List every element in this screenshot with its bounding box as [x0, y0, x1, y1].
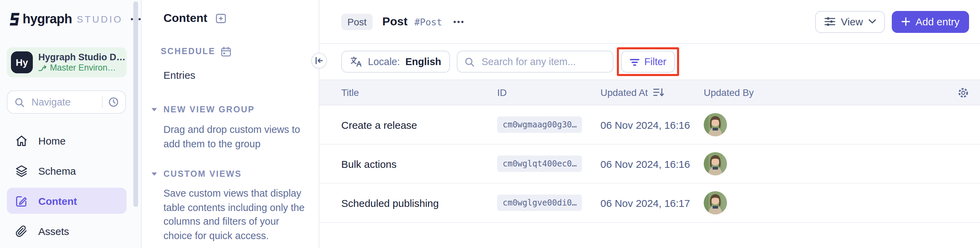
entry-title: Bulk actions	[341, 158, 497, 170]
sidebar-nav: Home Schema Content	[0, 127, 141, 244]
entry-title: Scheduled publishing	[341, 197, 497, 209]
translate-icon	[350, 56, 363, 67]
view-button-label: View	[841, 16, 863, 27]
collapse-panel-button[interactable]	[311, 53, 327, 69]
caret-down-icon	[151, 172, 157, 176]
sidebar-item-label: Assets	[38, 225, 69, 237]
filter-button-label: Filter	[644, 56, 666, 67]
plus-icon	[901, 17, 910, 26]
model-api-id: #Post	[414, 16, 442, 27]
avatar	[704, 113, 727, 136]
clock-icon	[108, 97, 119, 107]
caret-down-icon	[151, 107, 157, 112]
edit-icon	[15, 194, 28, 207]
column-header-title[interactable]: Title	[341, 87, 497, 98]
navigate-input[interactable]	[30, 96, 99, 108]
project-name: Hygraph Studio D…	[38, 52, 126, 63]
entry-id-chip[interactable]: cm0wglqt400ec0…	[497, 155, 582, 172]
item-search	[457, 51, 613, 73]
schedule-label: SCHEDULE	[161, 46, 215, 56]
create-view-button[interactable]	[215, 13, 226, 24]
locale-label: Locale:	[368, 56, 400, 67]
locale-selector[interactable]: Locale: English	[341, 51, 450, 73]
project-selector[interactable]: Hy Hygraph Studio D… Master Environ…	[7, 47, 127, 77]
schedule-link[interactable]: SCHEDULE	[161, 44, 319, 59]
sidebar-item-assets[interactable]: Assets	[7, 218, 127, 244]
model-more-button[interactable]	[453, 15, 463, 29]
home-icon	[15, 134, 28, 147]
list-toolbar: Locale: English Filt	[319, 44, 980, 80]
entry-title: Create a release	[341, 119, 497, 131]
add-view-icon	[215, 13, 226, 24]
entries-view-item[interactable]: Entries	[164, 67, 319, 82]
brand-row: hygraph STUDIO	[8, 11, 141, 27]
divider	[102, 96, 103, 108]
filter-button-wrap: Filter	[621, 51, 675, 73]
entry-updated-at: 06 Nov 2024, 16:16	[600, 158, 704, 170]
add-entry-button[interactable]: Add entry	[892, 11, 969, 32]
gear-icon	[958, 86, 969, 98]
brand-suffix: STUDIO	[76, 14, 123, 25]
ellipsis-icon	[453, 20, 463, 23]
filter-button[interactable]: Filter	[621, 51, 675, 73]
item-search-input[interactable]	[480, 56, 606, 68]
main-content: Post Post #Post View	[319, 0, 980, 248]
view-group-description: Save custom views that display table con…	[164, 186, 309, 243]
collapse-left-icon	[315, 56, 323, 65]
entry-id-chip[interactable]: cm0wglgve00di0…	[497, 195, 582, 211]
table-row[interactable]: Create a release cm0wgmaag00g30… 06 Nov …	[319, 106, 980, 144]
search-icon	[465, 56, 475, 67]
sidebar-item-label: Content	[38, 195, 77, 206]
model-header: Post Post #Post View	[319, 0, 980, 44]
avatar	[704, 152, 727, 175]
view-button[interactable]: View	[815, 11, 885, 32]
column-header-updated-at[interactable]: Updated At	[600, 87, 704, 98]
table-row[interactable]: Scheduled publishing cm0wglgve00di0… 06 …	[319, 184, 980, 222]
hygraph-logo-icon	[8, 11, 21, 27]
sidebar-item-label: Schema	[38, 165, 76, 176]
entry-id-chip[interactable]: cm0wgmaag00g30…	[497, 117, 582, 133]
locale-value: English	[406, 56, 441, 67]
view-group-description: Drag and drop custom views to add them t…	[164, 123, 309, 151]
chevron-down-icon	[869, 19, 876, 24]
column-header-updated-by[interactable]: Updated By	[704, 87, 953, 98]
view-group-header-new[interactable]: NEW VIEW GROUP	[164, 102, 319, 117]
avatar	[704, 191, 727, 214]
layers-icon	[15, 164, 28, 177]
table-row[interactable]: Bulk actions cm0wglqt400ec0… 06 Nov 2024…	[319, 144, 980, 184]
add-entry-label: Add entry	[916, 16, 959, 27]
main-sidebar: hygraph STUDIO Hy Hygraph Studio D… M	[0, 0, 142, 248]
content-views-panel: Content SCHEDULE Entries	[142, 0, 319, 248]
column-header-id[interactable]: ID	[497, 87, 600, 98]
project-environment: Master Environ…	[38, 63, 126, 73]
sidebar-item-content[interactable]: Content	[7, 188, 127, 214]
sort-descending-icon	[654, 88, 664, 97]
model-tab[interactable]: Post	[341, 13, 373, 30]
entry-updated-at: 06 Nov 2024, 16:17	[600, 197, 704, 209]
table-settings-button[interactable]	[953, 86, 969, 98]
sidebar-item-home[interactable]: Home	[7, 127, 127, 154]
sidebar-item-schema[interactable]: Schema	[7, 158, 127, 184]
sidebar-item-label: Home	[38, 134, 66, 146]
paperclip-icon	[15, 224, 28, 237]
branch-icon	[38, 64, 47, 72]
project-avatar: Hy	[11, 51, 33, 73]
navigate-search	[7, 90, 126, 114]
calendar-icon	[221, 46, 231, 56]
column-label: Updated At	[600, 87, 648, 98]
filter-icon	[630, 56, 640, 67]
page-title: Post	[382, 15, 407, 29]
view-group-label: CUSTOM VIEWS	[164, 169, 242, 179]
view-group-label: NEW VIEW GROUP	[164, 105, 255, 114]
app-window: hygraph STUDIO Hy Hygraph Studio D… M	[0, 0, 980, 248]
entry-updated-at: 06 Nov 2024, 16:16	[600, 119, 704, 131]
environment-name: Master Environ…	[50, 63, 116, 73]
search-icon	[14, 97, 25, 107]
sidebar-scrollbar[interactable]	[134, 2, 138, 207]
brand-name: hygraph	[22, 12, 72, 27]
panel-title: Content	[164, 12, 207, 26]
recent-items-button[interactable]	[108, 97, 119, 107]
view-group-header-custom[interactable]: CUSTOM VIEWS	[164, 166, 319, 182]
table-header: Title ID Updated At Updated By	[319, 80, 980, 106]
sliders-icon	[824, 16, 835, 27]
